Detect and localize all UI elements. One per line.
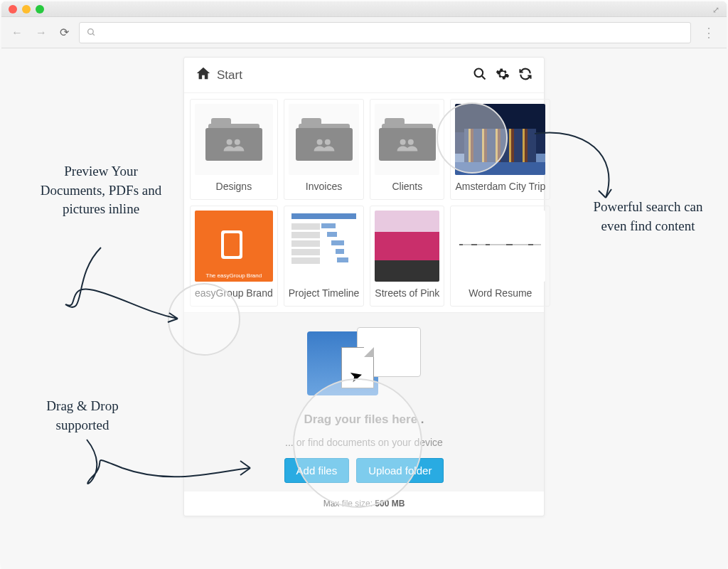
settings-button[interactable]	[496, 67, 510, 84]
tile-label: Project Timeline	[289, 287, 360, 299]
upload-folder-button[interactable]: Upload folder	[356, 458, 444, 483]
tile-label: Clients	[375, 181, 439, 192]
refresh-button[interactable]	[518, 67, 532, 84]
document-thumbnail: The easyGroup Brand	[195, 211, 273, 282]
image-thumbnail	[375, 211, 439, 282]
file-streets[interactable]: Streets of Pink	[370, 206, 444, 307]
app-header: Start	[184, 58, 544, 93]
forward-button[interactable]: →	[33, 23, 50, 42]
home-icon[interactable]	[196, 65, 211, 85]
address-bar[interactable]	[79, 22, 691, 43]
browser-window: ⤢ ← → ⟳ ⋮ Start	[1, 1, 727, 569]
svg-point-8	[400, 139, 405, 145]
tile-label: Word Resume	[455, 287, 545, 299]
arrow-search	[528, 127, 627, 205]
minimize-window-button[interactable]	[22, 5, 31, 14]
folder-invoices[interactable]: Invoices	[284, 99, 365, 200]
file-grid: Designs Invoices Clients Amsterdam City …	[184, 93, 544, 312]
browser-toolbar: ← → ⟳ ⋮	[1, 17, 727, 48]
tile-label: easyGroup Brand	[195, 287, 273, 299]
svg-point-7	[324, 139, 330, 145]
folder-designs[interactable]: Designs	[190, 99, 278, 200]
file-resume[interactable]: Word Resume	[450, 206, 550, 307]
folder-clients[interactable]: Clients	[370, 99, 444, 200]
browser-menu-button[interactable]: ⋮	[698, 25, 719, 41]
drop-title: Drag your files here .	[198, 413, 530, 427]
header-actions	[473, 67, 532, 84]
back-button[interactable]: ←	[9, 23, 26, 42]
reload-button[interactable]: ⟳	[57, 23, 72, 42]
svg-point-0	[88, 29, 94, 35]
svg-line-1	[92, 33, 95, 36]
window-titlebar: ⤢	[1, 1, 727, 17]
search-icon	[87, 28, 96, 37]
file-project-timeline[interactable]: Project Timeline	[284, 206, 365, 307]
svg-point-5	[235, 139, 240, 145]
svg-point-4	[226, 139, 232, 145]
annotation-dragdrop: Drag & Drop supported	[26, 397, 139, 435]
svg-point-9	[408, 139, 414, 145]
breadcrumb[interactable]: Start	[217, 68, 242, 83]
fullscreen-icon[interactable]: ⤢	[712, 5, 719, 15]
annotation-preview: Preview Your Documents, PDFs and picture…	[37, 162, 165, 219]
add-files-button[interactable]: Add files	[284, 458, 350, 483]
file-easygroup[interactable]: The easyGroup Brand easyGroup Brand	[190, 206, 278, 307]
svg-point-6	[316, 139, 322, 145]
maximize-window-button[interactable]	[36, 5, 44, 14]
svg-line-3	[482, 75, 486, 79]
tile-label: Streets of Pink	[375, 287, 439, 299]
arrow-preview	[58, 240, 186, 340]
search-button[interactable]	[473, 67, 487, 84]
drop-illustration: ➤	[307, 327, 421, 405]
page-stage: Start Designs Invoices Cli	[1, 48, 727, 569]
close-window-button[interactable]	[9, 5, 17, 14]
arrow-dragdrop	[73, 432, 257, 496]
document-thumbnail	[289, 211, 360, 282]
svg-point-2	[475, 68, 483, 77]
tile-label: Designs	[195, 181, 273, 192]
document-thumbnail	[455, 211, 545, 282]
tile-label: Invoices	[289, 181, 360, 192]
